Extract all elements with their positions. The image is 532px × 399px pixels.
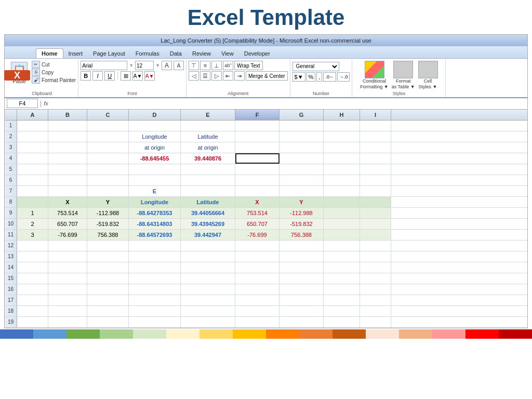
cell-h1[interactable] [324,121,360,131]
underline-button[interactable]: U [104,71,115,81]
row-header[interactable]: 19 [5,317,17,327]
cell-h2[interactable] [324,131,360,142]
cell-b3[interactable] [48,142,87,153]
cell-e10[interactable]: 39.43945269 [181,219,235,229]
cell-h4[interactable] [324,153,360,164]
cell-i3[interactable] [360,142,391,153]
cell-c10[interactable]: -519.832 [87,219,129,229]
cell-b5[interactable] [48,164,87,175]
cell-b2[interactable] [48,131,87,142]
col-header-a[interactable]: A [17,110,48,120]
row-header[interactable]: 8 [5,197,17,207]
cell-g1[interactable] [280,121,324,131]
cell-f5[interactable] [235,164,280,175]
cell-f2[interactable] [235,131,280,142]
col-header-b[interactable]: B [48,110,87,120]
cell-a7[interactable] [17,186,48,196]
fill-color-button[interactable]: A▼ [132,71,143,81]
cell-b9[interactable]: 753.514 [48,208,87,218]
cell-b7[interactable] [48,186,87,196]
row-header[interactable]: 12 [5,241,17,251]
merge-center-button[interactable]: Merge & Center [246,71,288,81]
cell-i5[interactable] [360,164,391,175]
cell-a6[interactable] [17,175,48,185]
font-color-button[interactable]: A▼ [144,71,155,81]
conditional-formatting-button[interactable]: ConditionalFormatting ▼ [360,61,388,90]
number-format-select[interactable]: General Number Currency [292,62,339,71]
cell-e1[interactable] [181,121,235,131]
cell-h3[interactable] [324,142,360,153]
cell-f11[interactable]: -76.699 [235,230,280,240]
font-shrink-button[interactable]: A [174,61,184,70]
decrease-indent-button[interactable]: ⇤ [223,71,233,81]
cell-c3[interactable] [87,142,129,153]
currency-button[interactable]: $▼ [292,72,305,82]
cell-a10[interactable]: 2 [17,219,48,229]
cell-d10[interactable]: -88.64314803 [129,219,181,229]
tab-page-layout[interactable]: Page Layout [88,49,130,58]
cell-i1[interactable] [360,121,391,131]
col-header-d[interactable]: D [129,110,181,120]
cell-d3[interactable]: at origin [129,142,181,153]
cell-c1[interactable] [87,121,129,131]
cell-e3[interactable]: at origin [181,142,235,153]
cell-b11[interactable]: -76.699 [48,230,87,240]
cell-h6[interactable] [324,175,360,185]
row-header[interactable]: 2 [5,131,17,142]
tab-developer[interactable]: Developer [239,49,275,58]
cell-e4[interactable]: 39.440876 [181,153,235,164]
align-top-button[interactable]: ⊤ [189,61,199,70]
font-size-input[interactable] [135,61,154,70]
row-header[interactable]: 16 [5,284,17,295]
cell-f7[interactable] [235,186,280,196]
cell-d7[interactable]: E [129,186,181,196]
row-header[interactable]: 4 [5,153,17,164]
increase-indent-button[interactable]: ⇥ [234,71,245,81]
cell-f3[interactable] [235,142,280,153]
cell-e8[interactable]: Latitude [181,197,235,207]
italic-button[interactable]: I [92,71,103,81]
cell-a8[interactable] [17,197,48,207]
text-angle-button[interactable]: ab° [223,61,233,70]
copy-button[interactable]: ⎘ Copy [32,69,76,76]
cell-d1[interactable] [129,121,181,131]
comma-button[interactable]: , [316,72,322,82]
tab-data[interactable]: Data [165,49,187,58]
cut-button[interactable]: ✂ Cut [32,61,76,68]
tab-insert[interactable]: Insert [63,49,88,58]
font-grow-button[interactable]: A [162,61,172,70]
cell-c9[interactable]: -112.988 [87,208,129,218]
col-header-e[interactable]: E [181,110,235,120]
row-header[interactable]: 7 [5,186,17,196]
increase-decimal-button[interactable]: →.0 [337,72,350,82]
cell-b4[interactable] [48,153,87,164]
cell-a9[interactable]: 1 [17,208,48,218]
cell-d8[interactable]: Longitude [129,197,181,207]
tab-review[interactable]: Review [187,49,216,58]
cell-h10[interactable] [324,219,360,229]
cell-c6[interactable] [87,175,129,185]
font-name-input[interactable] [81,61,127,70]
borders-button[interactable]: ⊞ [121,71,131,81]
row-header[interactable]: 15 [5,273,17,284]
row-header[interactable]: 9 [5,208,17,218]
cell-f6[interactable] [235,175,280,185]
row-header[interactable]: 6 [5,175,17,185]
cell-g2[interactable] [280,131,324,142]
cell-e11[interactable]: 39.442947 [181,230,235,240]
cell-f4[interactable] [235,153,280,164]
cell-h9[interactable] [324,208,360,218]
row-header[interactable]: 11 [5,230,17,240]
cell-styles-button[interactable]: CellStyles ▼ [418,61,438,90]
col-header-c[interactable]: C [87,110,129,120]
cell-g3[interactable] [280,142,324,153]
format-painter-button[interactable]: 🖌 Format Painter [32,76,76,84]
cell-e2[interactable]: Latitude [181,131,235,142]
cell-c11[interactable]: 756.388 [87,230,129,240]
cell-d5[interactable] [129,164,181,175]
cell-c4[interactable] [87,153,129,164]
cell-f1[interactable] [235,121,280,131]
cell-f9[interactable]: 753.514 [235,208,280,218]
cell-g6[interactable] [280,175,324,185]
cell-f10[interactable]: 650.707 [235,219,280,229]
